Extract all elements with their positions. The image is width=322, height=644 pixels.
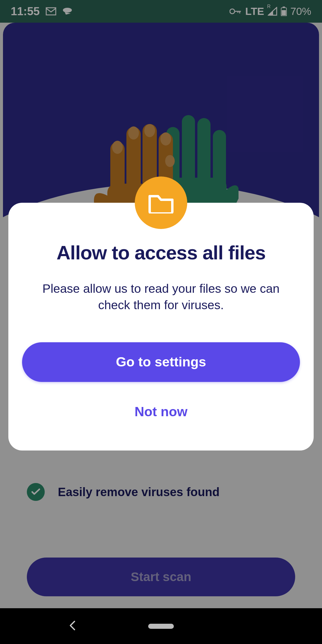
- folder-icon: [135, 177, 187, 229]
- dialog-body: Please allow us to read your files so we…: [22, 281, 300, 314]
- permission-dialog: Allow to access all files Please allow u…: [8, 203, 314, 451]
- navigation-bar: [0, 608, 322, 644]
- not-now-button[interactable]: Not now: [22, 397, 300, 427]
- back-icon[interactable]: [69, 620, 76, 632]
- dialog-title: Allow to access all files: [22, 242, 300, 264]
- home-pill[interactable]: [148, 624, 174, 629]
- primary-button-label: Go to settings: [116, 354, 206, 370]
- go-to-settings-button[interactable]: Go to settings: [22, 342, 300, 382]
- secondary-button-label: Not now: [134, 404, 187, 419]
